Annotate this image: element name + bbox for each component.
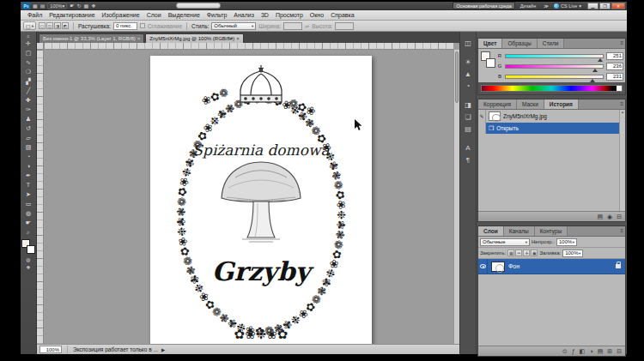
delete-state-icon[interactable]: ⊟ (617, 214, 622, 220)
slider-handle[interactable] (590, 79, 595, 82)
lock-all-icon[interactable]: ▣ (531, 250, 538, 256)
adjustment-layer-icon[interactable]: ◑ (589, 348, 592, 354)
animation-panel-icon[interactable]: ▤ (461, 123, 475, 135)
canvas-viewport[interactable]: ❀✿❁❃✾❉❀✿❁❃✾❉❀✿❁❃✾❉❀✿❁❃✾❉❀✿❁❃✾❉❀✿❁❃✾❉❀✿❁❃… (44, 50, 453, 344)
layer-visibility-cell[interactable] (478, 259, 488, 274)
new-document-from-state-icon[interactable]: ▤ (597, 214, 603, 220)
color-tab[interactable]: Стили (538, 39, 565, 48)
eraser-tool[interactable]: ▱ (22, 133, 35, 142)
color-tab[interactable]: Цвет (478, 39, 502, 48)
zoom-level-control[interactable]: 100% ▾ (47, 3, 67, 9)
new-snapshot-icon[interactable]: ◉ (607, 214, 612, 220)
photoshop-logo-icon[interactable]: Ps (22, 3, 30, 9)
layer-group-icon[interactable]: ▤ (598, 348, 604, 355)
status-expand-icon[interactable]: ▶ (161, 347, 165, 352)
menu-item[interactable]: Фильтр (204, 12, 231, 18)
history-brush-tool[interactable]: ↺ (22, 123, 35, 133)
workspace-more-button[interactable]: ≫ (541, 2, 551, 9)
hand-tool[interactable]: ☛ (22, 218, 35, 227)
close-tab-icon[interactable]: × (236, 36, 240, 41)
channel-value-input[interactable]: 236 (606, 63, 623, 70)
status-zoom-input[interactable]: 100% (39, 346, 62, 353)
link-layers-icon[interactable]: ⊙ (562, 348, 568, 355)
history-snapshot-row[interactable]: ✎ ZnyM5niXrMg.jpg (478, 110, 625, 123)
menu-item[interactable]: Справка (327, 12, 357, 18)
quick-mask-button[interactable]: ◍ (26, 256, 30, 262)
lasso-tool[interactable]: ∿ (22, 57, 35, 67)
channel-slider[interactable] (505, 75, 604, 79)
minimize-button[interactable]: ▁ (587, 3, 598, 9)
clone-source-panel-icon[interactable]: ❏ (461, 111, 475, 123)
background-color-swatch[interactable] (486, 58, 495, 68)
lock-position-icon[interactable]: ✛ (523, 250, 530, 256)
new-selection-button[interactable]: ▢ (39, 22, 46, 29)
3d-rotate-tool[interactable]: ◍ (22, 208, 35, 218)
layers-tab[interactable]: Контуры (535, 226, 568, 236)
type-tool[interactable]: T (22, 180, 35, 190)
screen-mode-button[interactable]: ❖ (26, 264, 30, 270)
history-tab[interactable]: История (544, 99, 579, 109)
curves-adjustment-icon[interactable]: ◔ (461, 80, 475, 92)
history-brush-source-cell[interactable] (478, 123, 486, 134)
channel-slider[interactable] (505, 64, 604, 69)
opacity-input[interactable]: 100% ▾ (556, 238, 577, 246)
history-scrollbar[interactable] (619, 110, 625, 211)
history-brush-source-icon[interactable]: ✎ (478, 110, 486, 123)
panel-menu-icon[interactable]: ≡ (620, 101, 623, 106)
history-step-row[interactable]: ❐ Открыть (478, 123, 625, 134)
blur-tool[interactable]: ◔ (22, 152, 35, 161)
maximize-button[interactable]: ❐ (599, 3, 611, 9)
style-select[interactable]: Обычный ▾ (211, 22, 256, 30)
menu-item[interactable]: Файл (24, 12, 46, 18)
rotate-view-icon[interactable]: ↻ (77, 3, 82, 9)
close-tab-icon[interactable]: × (137, 36, 141, 41)
shape-tool[interactable]: ▭ (22, 199, 35, 208)
document-tab[interactable]: ZnyM5niXrMg.jpg @ 100% (RGB/8#)× (145, 33, 243, 43)
blend-mode-select[interactable]: Обычные ▾ (480, 238, 530, 246)
masks-panel-icon[interactable]: ◨ (461, 99, 475, 111)
slider-handle[interactable] (598, 58, 603, 62)
gradient-tool[interactable]: ▨ (22, 142, 35, 152)
menu-item[interactable]: Анализ (230, 12, 258, 18)
cs-live-button[interactable]: CS Live ▾ (554, 3, 581, 9)
levels-adjustment-icon[interactable]: ▲ (461, 68, 475, 80)
close-button[interactable]: ✕ (611, 3, 625, 9)
healing-brush-tool[interactable]: ✚ (22, 95, 35, 105)
antialias-checkbox[interactable] (140, 23, 145, 28)
channel-slider[interactable] (505, 54, 604, 58)
pen-tool[interactable]: ✒ (22, 171, 35, 180)
bridge-icon[interactable]: ▦ (33, 3, 38, 9)
rectangular-marquee-tool[interactable]: ▢ (22, 48, 35, 57)
fill-input[interactable]: 100% ▾ (562, 250, 583, 257)
lock-pixels-icon[interactable]: ✑ (515, 250, 522, 256)
menu-item[interactable]: Изображение (99, 12, 143, 18)
panel-menu-icon[interactable]: ≡ (620, 40, 623, 45)
crop-tool[interactable]: ▞ (22, 76, 35, 86)
menu-item[interactable]: Слои (143, 12, 165, 18)
menu-item[interactable]: 3D (258, 12, 272, 18)
layers-tab[interactable]: Каналы (504, 226, 535, 236)
history-tab[interactable]: Коррекция (478, 99, 517, 109)
paragraph-panel-icon[interactable]: ¶ (461, 153, 475, 165)
menu-item[interactable]: Просмотр (272, 12, 307, 18)
zoom-tool[interactable]: ⌕ (22, 227, 35, 237)
hand-icon[interactable]: ☛ (70, 3, 74, 9)
menu-item[interactable]: Выделение (165, 12, 204, 18)
color-tab[interactable]: Образцы (502, 39, 537, 48)
arrange-documents-icon[interactable]: ▦ (84, 3, 89, 9)
panel-menu-icon[interactable]: ≡ (620, 228, 623, 233)
add-to-selection-button[interactable]: ◫ (46, 22, 53, 29)
menu-item[interactable]: Окно (307, 12, 327, 18)
channel-value-input[interactable]: 231 (606, 73, 623, 81)
menu-item[interactable]: Редактирование (46, 12, 98, 18)
slider-handle[interactable] (592, 69, 598, 72)
tool-preset-picker[interactable]: ▢ ▾ (23, 21, 36, 30)
character-panel-icon[interactable]: A (461, 141, 475, 153)
history-tab[interactable]: Маски (517, 99, 544, 109)
brush-tool[interactable]: ✑ (22, 105, 35, 114)
layers-tab[interactable]: Слои (478, 226, 504, 236)
channel-value-input[interactable]: 251 (606, 52, 623, 60)
feather-input[interactable]: 0 пикс. (113, 22, 137, 30)
clone-stamp-tool[interactable]: ♟ (22, 114, 35, 123)
screen-mode-icon[interactable]: ❖ (91, 3, 95, 9)
